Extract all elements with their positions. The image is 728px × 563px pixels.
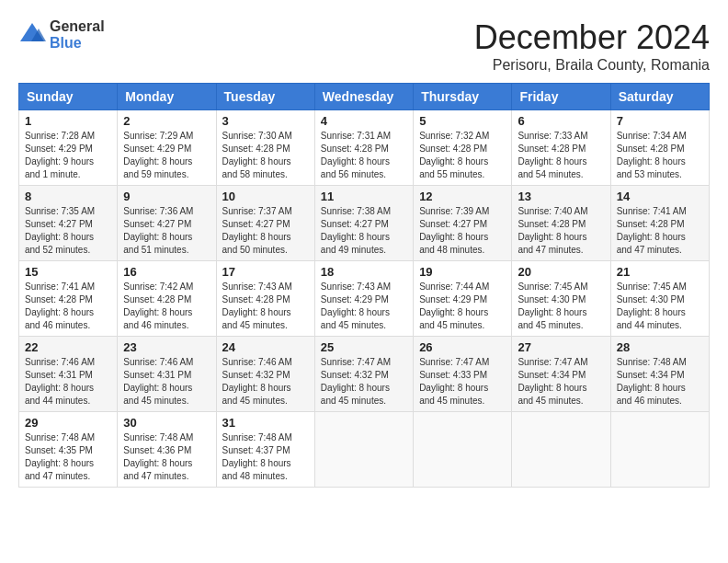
day-number: 29 <box>25 416 111 430</box>
day-info: Sunrise: 7:48 AMSunset: 4:35 PMDaylight:… <box>25 431 111 483</box>
day-info: Sunrise: 7:46 AMSunset: 4:31 PMDaylight:… <box>25 356 111 408</box>
title-area: December 2024 Perisoru, Braila County, R… <box>474 18 710 74</box>
day-info: Sunrise: 7:47 AMSunset: 4:33 PMDaylight:… <box>419 356 506 408</box>
calendar-cell: 29Sunrise: 7:48 AMSunset: 4:35 PMDayligh… <box>19 412 118 488</box>
day-number: 30 <box>123 416 210 430</box>
calendar-cell: 15Sunrise: 7:41 AMSunset: 4:28 PMDayligh… <box>19 261 118 337</box>
day-info: Sunrise: 7:37 AMSunset: 4:27 PMDaylight:… <box>222 205 309 257</box>
calendar-cell: 4Sunrise: 7:31 AMSunset: 4:28 PMDaylight… <box>314 110 413 186</box>
day-header-sunday: Sunday <box>19 84 118 110</box>
day-number: 20 <box>518 265 604 279</box>
day-number: 3 <box>222 114 309 128</box>
calendar-cell: 14Sunrise: 7:41 AMSunset: 4:28 PMDayligh… <box>610 186 709 261</box>
day-number: 14 <box>617 190 703 203</box>
day-info: Sunrise: 7:38 AMSunset: 4:27 PMDaylight:… <box>321 205 407 257</box>
calendar-cell: 18Sunrise: 7:43 AMSunset: 4:29 PMDayligh… <box>314 261 413 337</box>
day-info: Sunrise: 7:47 AMSunset: 4:32 PMDaylight:… <box>321 356 407 408</box>
day-number: 21 <box>617 265 703 279</box>
day-number: 24 <box>222 340 309 354</box>
week-row-3: 15Sunrise: 7:41 AMSunset: 4:28 PMDayligh… <box>19 261 710 337</box>
day-info: Sunrise: 7:32 AMSunset: 4:28 PMDaylight:… <box>419 130 506 181</box>
calendar-cell <box>610 412 709 488</box>
calendar-cell: 5Sunrise: 7:32 AMSunset: 4:28 PMDaylight… <box>414 110 512 186</box>
day-header-tuesday: Tuesday <box>216 84 314 110</box>
day-info: Sunrise: 7:44 AMSunset: 4:29 PMDaylight:… <box>419 281 506 332</box>
day-info: Sunrise: 7:39 AMSunset: 4:27 PMDaylight:… <box>419 205 506 257</box>
day-info: Sunrise: 7:42 AMSunset: 4:28 PMDaylight:… <box>123 281 210 332</box>
day-number: 19 <box>419 265 506 279</box>
day-number: 1 <box>25 114 111 128</box>
day-number: 12 <box>419 190 506 203</box>
calendar-cell: 26Sunrise: 7:47 AMSunset: 4:33 PMDayligh… <box>414 337 512 412</box>
day-number: 10 <box>222 190 309 203</box>
calendar-cell: 1Sunrise: 7:28 AMSunset: 4:29 PMDaylight… <box>19 110 118 186</box>
calendar-cell: 22Sunrise: 7:46 AMSunset: 4:31 PMDayligh… <box>19 337 118 412</box>
day-number: 2 <box>123 114 210 128</box>
calendar-cell: 12Sunrise: 7:39 AMSunset: 4:27 PMDayligh… <box>414 186 512 261</box>
day-number: 4 <box>321 114 407 128</box>
header: General Blue December 2024 Perisoru, Bra… <box>18 18 710 74</box>
calendar-cell: 10Sunrise: 7:37 AMSunset: 4:27 PMDayligh… <box>216 186 314 261</box>
calendar-cell: 28Sunrise: 7:48 AMSunset: 4:34 PMDayligh… <box>610 337 709 412</box>
calendar-cell: 24Sunrise: 7:46 AMSunset: 4:32 PMDayligh… <box>216 337 314 412</box>
day-number: 7 <box>617 114 703 128</box>
day-number: 28 <box>617 340 703 354</box>
day-info: Sunrise: 7:47 AMSunset: 4:34 PMDaylight:… <box>518 356 604 408</box>
logo-blue-text: Blue <box>50 35 105 52</box>
day-number: 11 <box>321 190 407 203</box>
calendar-cell: 27Sunrise: 7:47 AMSunset: 4:34 PMDayligh… <box>512 337 610 412</box>
logo-icon <box>18 21 46 49</box>
calendar-cell: 6Sunrise: 7:33 AMSunset: 4:28 PMDaylight… <box>512 110 610 186</box>
day-header-friday: Friday <box>512 84 610 110</box>
week-row-5: 29Sunrise: 7:48 AMSunset: 4:35 PMDayligh… <box>19 412 710 488</box>
calendar: SundayMondayTuesdayWednesdayThursdayFrid… <box>18 83 710 488</box>
logo: General Blue <box>18 18 105 51</box>
day-header-monday: Monday <box>118 84 216 110</box>
day-number: 22 <box>25 340 111 354</box>
day-number: 31 <box>222 416 309 430</box>
day-number: 13 <box>518 190 604 203</box>
calendar-cell: 25Sunrise: 7:47 AMSunset: 4:32 PMDayligh… <box>314 337 413 412</box>
week-row-1: 1Sunrise: 7:28 AMSunset: 4:29 PMDaylight… <box>19 110 710 186</box>
day-number: 9 <box>123 190 210 203</box>
day-header-thursday: Thursday <box>414 84 512 110</box>
day-info: Sunrise: 7:33 AMSunset: 4:28 PMDaylight:… <box>518 130 604 181</box>
day-number: 8 <box>25 190 111 203</box>
calendar-cell <box>414 412 512 488</box>
day-info: Sunrise: 7:43 AMSunset: 4:29 PMDaylight:… <box>321 281 407 332</box>
calendar-cell: 23Sunrise: 7:46 AMSunset: 4:31 PMDayligh… <box>118 337 216 412</box>
day-info: Sunrise: 7:30 AMSunset: 4:28 PMDaylight:… <box>222 130 309 181</box>
day-info: Sunrise: 7:48 AMSunset: 4:36 PMDaylight:… <box>123 431 210 483</box>
week-row-2: 8Sunrise: 7:35 AMSunset: 4:27 PMDaylight… <box>19 186 710 261</box>
calendar-cell: 20Sunrise: 7:45 AMSunset: 4:30 PMDayligh… <box>512 261 610 337</box>
day-info: Sunrise: 7:28 AMSunset: 4:29 PMDaylight:… <box>25 130 111 181</box>
day-number: 26 <box>419 340 506 354</box>
day-number: 23 <box>123 340 210 354</box>
calendar-cell: 13Sunrise: 7:40 AMSunset: 4:28 PMDayligh… <box>512 186 610 261</box>
calendar-cell: 9Sunrise: 7:36 AMSunset: 4:27 PMDaylight… <box>118 186 216 261</box>
day-number: 6 <box>518 114 604 128</box>
calendar-header-row: SundayMondayTuesdayWednesdayThursdayFrid… <box>19 84 710 110</box>
day-info: Sunrise: 7:48 AMSunset: 4:34 PMDaylight:… <box>617 356 703 408</box>
calendar-cell: 21Sunrise: 7:45 AMSunset: 4:30 PMDayligh… <box>610 261 709 337</box>
day-info: Sunrise: 7:29 AMSunset: 4:29 PMDaylight:… <box>123 130 210 181</box>
day-number: 17 <box>222 265 309 279</box>
day-info: Sunrise: 7:46 AMSunset: 4:32 PMDaylight:… <box>222 356 309 408</box>
day-header-saturday: Saturday <box>610 84 709 110</box>
day-info: Sunrise: 7:41 AMSunset: 4:28 PMDaylight:… <box>617 205 703 257</box>
calendar-cell <box>512 412 610 488</box>
day-info: Sunrise: 7:35 AMSunset: 4:27 PMDaylight:… <box>25 205 111 257</box>
calendar-cell: 7Sunrise: 7:34 AMSunset: 4:28 PMDaylight… <box>610 110 709 186</box>
day-number: 15 <box>25 265 111 279</box>
day-header-wednesday: Wednesday <box>314 84 413 110</box>
day-number: 16 <box>123 265 210 279</box>
calendar-cell: 19Sunrise: 7:44 AMSunset: 4:29 PMDayligh… <box>414 261 512 337</box>
day-number: 25 <box>321 340 407 354</box>
calendar-cell: 17Sunrise: 7:43 AMSunset: 4:28 PMDayligh… <box>216 261 314 337</box>
day-info: Sunrise: 7:46 AMSunset: 4:31 PMDaylight:… <box>123 356 210 408</box>
day-info: Sunrise: 7:36 AMSunset: 4:27 PMDaylight:… <box>123 205 210 257</box>
calendar-cell: 3Sunrise: 7:30 AMSunset: 4:28 PMDaylight… <box>216 110 314 186</box>
month-title: December 2024 <box>474 18 710 57</box>
day-info: Sunrise: 7:43 AMSunset: 4:28 PMDaylight:… <box>222 281 309 332</box>
calendar-cell: 11Sunrise: 7:38 AMSunset: 4:27 PMDayligh… <box>314 186 413 261</box>
